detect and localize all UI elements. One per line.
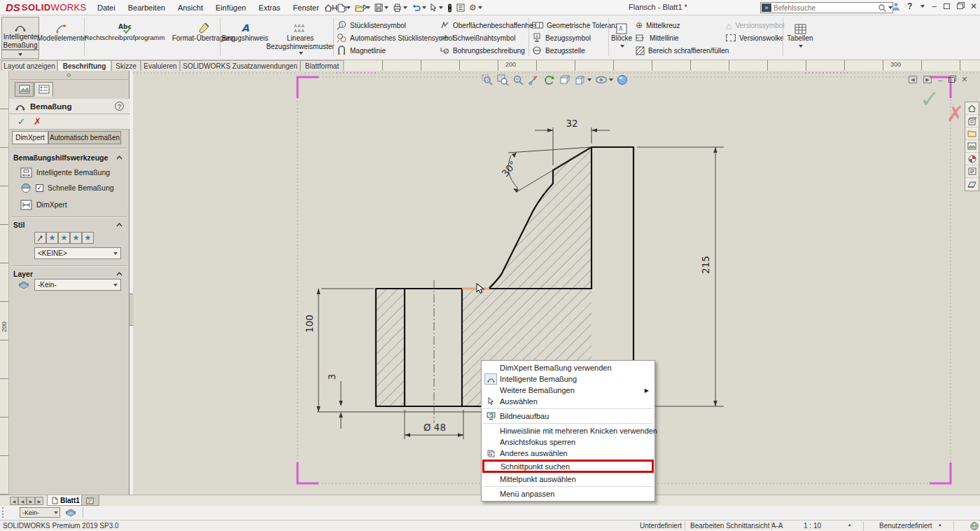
command-search[interactable]: » [760, 2, 893, 13]
confirmation-cancel-icon[interactable]: ✗ [946, 102, 964, 126]
menu-item-weitere-bemassungen[interactable]: Weitere Bemaßungen ▶ [482, 385, 654, 396]
menu-item-bildneuaufbau[interactable]: Bildneuaufbau [482, 411, 654, 422]
open-document-icon[interactable] [354, 1, 372, 15]
collapse-left-icon[interactable]: ◀ [909, 76, 917, 83]
toolbar-grip[interactable] [2, 507, 4, 518]
layer-properties-icon[interactable] [64, 508, 77, 517]
taskpane-view-palette-icon[interactable] [965, 140, 979, 153]
section-view-icon[interactable] [528, 74, 540, 86]
search-icon[interactable] [878, 4, 887, 13]
style-delete-button[interactable]: ★ [58, 232, 70, 244]
ribbon-bezugshinweis[interactable]: A Bezugshinweis [223, 17, 267, 43]
style-add-button[interactable]: ★ [46, 232, 58, 244]
collapse-right-icon[interactable]: ▶ [923, 76, 932, 83]
user-account-icon[interactable] [892, 2, 900, 11]
ribbon-mittelkreuz[interactable]: ⊕ Mittelkreuz [636, 20, 680, 31]
view-orientation-caret[interactable] [587, 78, 592, 81]
layer-dropdown[interactable]: -Kein- [20, 507, 60, 518]
ribbon-stuecklistensymbol[interactable]: 1 Stücklistensymbol [337, 20, 406, 31]
search-input[interactable] [774, 4, 878, 12]
print-icon[interactable] [391, 1, 409, 15]
options-list-icon[interactable] [455, 1, 466, 15]
tab-blattformat[interactable]: Blattformat [300, 60, 344, 71]
viewport-minimize-icon[interactable]: – [938, 76, 942, 84]
panel-ok-button[interactable]: ✓ [18, 116, 25, 127]
display-style-caret[interactable] [609, 78, 613, 81]
performance-pill-icon[interactable] [446, 1, 454, 15]
panel-help-icon[interactable]: ? [115, 102, 124, 111]
collapse-chevron-icon[interactable] [116, 272, 122, 276]
zoom-area-icon[interactable] [497, 74, 509, 86]
ribbon-geometrische-toleranz[interactable]: Geometrische Toleranz [532, 20, 619, 31]
ribbon-schweissnahtsymbol[interactable]: Schweißnahtsymbol [440, 32, 515, 43]
menu-item-intelligente-bemassung[interactable]: Intelligente Bemaßung [482, 373, 654, 385]
section-bemassungshilfswerkzeuge[interactable]: Bemaßungshilfswerkzeuge [13, 153, 125, 162]
ribbon-magnetlinie[interactable]: Magnetlinie [337, 45, 386, 56]
menu-item-auswaehlen[interactable]: Auswählen [482, 396, 654, 407]
panel-item-intelligente-bemassung[interactable]: Intelligente Bemaßung [20, 166, 110, 179]
ribbon-mittellinie[interactable]: Mittellinie [636, 32, 679, 43]
sheet-nav-last-icon[interactable]: ▶ [35, 497, 43, 505]
menu-item-anderes-auswaehlen[interactable]: Anderes auswählen [482, 448, 654, 459]
viewport-restore-icon[interactable] [948, 77, 955, 83]
style-load-button[interactable]: ★ [82, 232, 94, 244]
menu-item-hinweislinie-knicke[interactable]: Hinweislinie mit mehreren Knicken verwen… [482, 425, 654, 436]
ribbon-intelligente-bemassung-flyout[interactable] [1, 50, 39, 59]
restore-icon[interactable] [957, 4, 963, 9]
layer-select[interactable]: -Kein- [34, 279, 121, 291]
taskpane-forum-icon[interactable] [965, 178, 979, 191]
menu-ansicht[interactable]: Ansicht [172, 0, 209, 15]
panel-tab-dimxpert[interactable]: DimXpert [12, 131, 48, 144]
tab-zusatzanwendungen[interactable]: SOLIDWORKS Zusatzanwendungen [180, 60, 300, 71]
dimension-3[interactable]: 3 [326, 374, 343, 429]
units-globe-icon[interactable] [970, 522, 979, 530]
menu-item-schnittpunkt-suchen[interactable]: Schnittpunkt suchen [482, 460, 654, 473]
menu-einfuegen[interactable]: Einfügen [209, 0, 252, 15]
sheet-nav-next-icon[interactable]: ▶ [27, 497, 35, 505]
tabellen-caret[interactable] [799, 45, 803, 48]
minimize-icon[interactable]: – [932, 1, 937, 11]
tab-layout-anzeigen[interactable]: Layout anzeigen [1, 60, 57, 71]
sheet-format-flyout-icon[interactable]: ▴ [939, 522, 941, 527]
appearance-sphere-icon[interactable] [617, 74, 628, 85]
taskpane-custom-properties-icon[interactable] [965, 165, 979, 178]
ribbon-bloecke[interactable]: A Blöcke [610, 17, 633, 48]
viewport-close-icon[interactable]: ✕ [961, 75, 967, 84]
menu-item-dimxpert-verwenden[interactable]: DimXpert Bemaßung verwenden [482, 362, 654, 373]
taskpane-appearances-icon[interactable] [965, 153, 979, 165]
taskpane-home-icon[interactable] [965, 102, 979, 115]
ribbon-intelligente-bemassung[interactable]: Intelligente Bemaßung [1, 17, 39, 50]
maximize-icon[interactable] [944, 4, 950, 9]
view-orientation-icon[interactable] [574, 74, 592, 86]
menu-datei[interactable]: Datei [91, 0, 122, 15]
style-select[interactable]: <KEINE> [34, 247, 121, 259]
ribbon-rechtschreibpruefprogramm[interactable]: Abc Rechtschreibprüfprogramm [86, 17, 163, 42]
tab-evaluieren[interactable]: Evaluieren [141, 60, 180, 71]
collapse-chevron-icon[interactable] [116, 223, 122, 227]
undo-icon[interactable] [410, 1, 428, 15]
ribbon-bohrungsbeschreibung[interactable]: Bohrungsbeschreibung [440, 45, 525, 56]
display-style-icon[interactable] [595, 75, 613, 85]
taskpane-design-library-icon[interactable] [965, 115, 979, 127]
section-stil[interactable]: Stil [13, 221, 125, 229]
menu-extras[interactable]: Extras [252, 0, 286, 15]
confirmation-accept-icon[interactable]: ✓ [920, 85, 940, 113]
scale-flyout-icon[interactable]: ▴ [848, 522, 851, 527]
menu-fenster[interactable]: Fenster [287, 0, 326, 15]
lineares-muster-caret[interactable] [299, 52, 303, 55]
status-sheet-scale[interactable]: 1 : 10 [804, 522, 821, 530]
panel-tab-automatisch-bemassen[interactable]: Automatisch bemaßen [48, 131, 121, 144]
ribbon-bezugssymbol[interactable]: A Bezugssymbol [532, 32, 591, 43]
home-icon[interactable] [322, 1, 335, 15]
gear-icon[interactable]: ⚙ [468, 1, 484, 15]
dimension-100[interactable]: 100 [304, 289, 374, 412]
panel-tab-propertymanager[interactable] [34, 82, 53, 97]
tab-skizze[interactable]: Skizze [111, 60, 141, 71]
pan-3d-view-icon[interactable] [559, 74, 570, 86]
menu-item-ansichtsfokus-sperren[interactable]: Ansichtsfokus sperren [482, 436, 654, 448]
schnelle-bemassung-checkbox[interactable]: ✓ [36, 184, 43, 192]
menu-item-mittelpunkt-auswaehlen[interactable]: Mittelpunkt auswählen [482, 474, 654, 485]
save-icon[interactable] [373, 1, 390, 15]
panel-cancel-button[interactable]: ✗ [34, 116, 41, 127]
status-sheet-format[interactable]: Benutzerdefiniert [879, 522, 932, 530]
